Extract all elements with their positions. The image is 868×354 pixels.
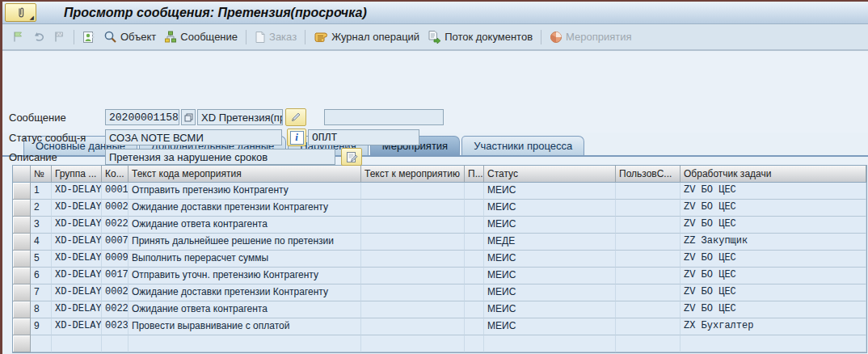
tab-5[interactable]: Участники процесса <box>461 136 584 155</box>
column-header[interactable]: П... <box>465 166 484 183</box>
table-cell-handler: ZV БО ЦЕС <box>680 251 866 268</box>
column-header[interactable]: Ко... <box>102 166 129 183</box>
table-cell-code: 0022 <box>102 301 129 318</box>
table-cell-code: 0022 <box>102 217 129 234</box>
table-cell-handler: ZV БО ЦЕС <box>680 200 866 217</box>
status-info-button[interactable]: i <box>287 129 306 146</box>
column-header[interactable]: № <box>31 166 52 183</box>
document-flow-button[interactable]: Поток документов <box>423 28 537 45</box>
org-chart-icon <box>164 31 177 44</box>
row-select-button[interactable] <box>13 284 31 301</box>
message-extra-field[interactable] <box>324 109 444 125</box>
table-cell-group: XD-DELAY <box>52 183 102 200</box>
description-field-label: Описание <box>9 151 57 163</box>
column-header[interactable]: Статус <box>484 166 616 183</box>
possible-entries-button[interactable] <box>181 109 196 125</box>
order-button[interactable]: Заказ <box>251 29 301 45</box>
status-input[interactable]: СОЗА NOTE ВСМИ <box>105 129 282 145</box>
activities-button[interactable]: Мероприятия <box>546 29 636 45</box>
header-fields: Сообщение 202000011586 XD Претензия(про.… <box>2 51 868 133</box>
table-cell-text: Ожидание ответа контрагента <box>129 301 361 318</box>
table-cell-code: 0002 <box>102 200 129 217</box>
row-select-button[interactable] <box>13 234 31 251</box>
set-flag-button[interactable] <box>8 29 28 44</box>
column-header[interactable]: ПользовС... <box>616 166 680 183</box>
toolbar-separator <box>541 30 541 44</box>
table-cell-n: 4 <box>31 234 52 251</box>
table-cell-group: XD-DELAY <box>52 318 102 335</box>
sap-window: ◢ Просмотр сообщения: Претензия(просрочк… <box>0 0 868 354</box>
message-type-value: XD Претензия(про.. <box>201 112 283 124</box>
paperclip-menu-button[interactable]: ◢ <box>5 3 36 22</box>
message-number-input[interactable]: 202000011586 <box>105 109 179 125</box>
person-badge-icon <box>82 31 95 44</box>
edit-pencil-button[interactable] <box>285 108 306 126</box>
tab-panel: №Группа ...Ко...Текст кода мероприятияТе… <box>2 155 868 354</box>
table-cell-text: Отправить уточн. претензию Контрагенту <box>129 268 361 284</box>
row-select-button[interactable] <box>13 217 31 234</box>
column-header[interactable]: Текст кода мероприятия <box>129 166 361 183</box>
document-icon <box>255 31 266 44</box>
table-cell-user <box>616 200 680 217</box>
row-select-button[interactable] <box>13 318 31 335</box>
table-cell-note <box>361 183 465 200</box>
row-select-button[interactable] <box>13 200 31 217</box>
column-header[interactable]: Группа ... <box>52 166 102 183</box>
row-select-button[interactable] <box>13 251 31 268</box>
table-cell-note <box>361 234 465 251</box>
checkered-flag-icon <box>53 31 65 43</box>
table-cell-handler: ZV БО ЦЕС <box>680 284 866 301</box>
table-cell-n: 6 <box>31 268 52 284</box>
undo-button[interactable] <box>28 30 49 44</box>
table-cell-p <box>465 183 484 200</box>
table-cell-status: МЕИС <box>484 217 616 234</box>
order-button-label: Заказ <box>269 31 297 43</box>
column-header[interactable]: Текст к мероприятию <box>361 166 465 183</box>
journal-scroll-icon <box>314 31 328 43</box>
table-cell-code <box>102 335 129 352</box>
complete-flag-button[interactable] <box>49 29 70 44</box>
table-cell-handler: ZV БО ЦЕС <box>680 183 866 200</box>
table-cell-text: Ожидание доставки претензии Контрагенту <box>129 284 361 301</box>
table-cell-user <box>616 268 680 284</box>
column-header[interactable]: Обработчик задачи <box>680 166 866 183</box>
document-flow-icon <box>428 30 441 44</box>
message-field-label: Сообщение <box>9 112 66 124</box>
row-select-button[interactable] <box>13 268 31 284</box>
description-input[interactable]: Претензия за нарушение сроков <box>105 149 335 165</box>
table-cell-text: Выполнить перерасчет суммы <box>129 251 361 268</box>
edit-description-button[interactable] <box>341 148 362 166</box>
table-cell-group: XD-DELAY <box>52 217 102 234</box>
table-cell-code: 0009 <box>102 251 129 268</box>
table-cell-code: 0017 <box>102 268 129 284</box>
partner-button[interactable] <box>78 29 99 45</box>
operations-journal-button[interactable]: Журнал операций <box>310 29 423 44</box>
undo-icon <box>32 32 45 43</box>
row-select-button[interactable] <box>13 183 31 200</box>
object-button[interactable]: Объект <box>99 28 160 45</box>
activities-button-label: Мероприятия <box>566 31 632 43</box>
table-cell-text: Отправить претензию Контрагенту <box>129 183 361 200</box>
table-cell-handler: ZV БО ЦЕС <box>680 301 866 318</box>
table-cell-text <box>129 335 361 352</box>
table-cell-p <box>465 200 484 217</box>
cursor-mark <box>175 109 179 113</box>
message-button[interactable]: Сообщение <box>160 29 242 45</box>
title-bar: ◢ Просмотр сообщения: Претензия(просрочк… <box>2 2 868 24</box>
status-code-field[interactable]: ОПЛТ <box>308 129 419 145</box>
table-cell-user <box>616 183 680 200</box>
status-value: СОЗА NOTE ВСМИ <box>109 132 204 144</box>
dropdown-corner-icon: ◢ <box>30 15 34 20</box>
row-select-button[interactable] <box>13 335 31 352</box>
table-cell-n <box>31 335 52 352</box>
message-number-value: 202000011586 <box>109 112 179 124</box>
table-cell-n: 1 <box>31 183 52 200</box>
table-cell-user <box>616 335 680 352</box>
message-type-dropdown[interactable]: XD Претензия(про.. ▼ <box>197 109 283 125</box>
table-cell-status <box>484 335 616 352</box>
activity-circle-icon <box>550 31 563 44</box>
table-cell-handler: ZZ Закупщик <box>680 234 866 251</box>
table-cell-note <box>361 268 465 284</box>
row-select-button[interactable] <box>13 301 31 318</box>
table-cell-p <box>465 284 484 301</box>
